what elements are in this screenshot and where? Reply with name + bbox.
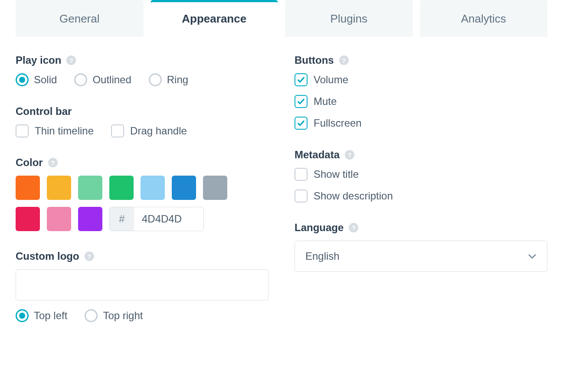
- section-color: Color ? #: [16, 157, 268, 231]
- checkbox-show-title[interactable]: Show title: [295, 168, 547, 181]
- help-icon[interactable]: ?: [66, 56, 76, 65]
- language-select-value: English: [305, 250, 340, 262]
- checkbox-show-title-label: Show title: [314, 168, 359, 180]
- checkbox-fullscreen[interactable]: Fullscreen: [295, 117, 547, 130]
- color-swatch-5[interactable]: [172, 176, 196, 200]
- metadata-title: Metadata: [295, 149, 340, 161]
- section-custom-logo: Custom logo ? Top left Top right: [16, 250, 268, 322]
- color-swatch-0[interactable]: [16, 176, 40, 200]
- color-swatch-1[interactable]: [47, 176, 71, 200]
- checkbox-thin-timeline-label: Thin timeline: [35, 125, 94, 137]
- custom-logo-title: Custom logo: [16, 250, 79, 262]
- radio-play-outlined[interactable]: Outlined: [74, 73, 131, 86]
- hash-symbol: #: [110, 207, 134, 231]
- help-icon[interactable]: ?: [349, 223, 358, 232]
- tabs: General Appearance Plugins Analytics: [16, 0, 547, 37]
- tab-general[interactable]: General: [16, 0, 144, 37]
- help-icon[interactable]: ?: [345, 150, 354, 160]
- radio-play-solid-label: Solid: [34, 74, 57, 86]
- custom-logo-input[interactable]: [16, 269, 268, 301]
- color-swatch-8[interactable]: [47, 207, 71, 231]
- radio-play-ring-label: Ring: [167, 74, 188, 86]
- language-title: Language: [295, 222, 344, 234]
- color-swatch-4[interactable]: [141, 176, 165, 200]
- section-metadata: Metadata ? Show title Show description: [295, 149, 547, 203]
- help-icon[interactable]: ?: [339, 56, 349, 65]
- color-swatch-2[interactable]: [78, 176, 102, 200]
- buttons-title: Buttons: [295, 54, 334, 66]
- tab-appearance[interactable]: Appearance: [151, 0, 278, 37]
- checkbox-volume-label: Volume: [314, 74, 348, 86]
- radio-logo-top-left-label: Top left: [34, 310, 67, 322]
- checkbox-drag-handle[interactable]: Drag handle: [111, 124, 187, 137]
- tab-analytics[interactable]: Analytics: [420, 0, 548, 37]
- radio-play-solid[interactable]: Solid: [16, 73, 57, 86]
- section-buttons: Buttons ? Volume Mute Fullscreen: [295, 54, 547, 130]
- color-hex-field: #: [109, 207, 204, 231]
- radio-logo-top-right[interactable]: Top right: [85, 309, 143, 322]
- language-select[interactable]: English: [295, 241, 547, 272]
- checkbox-drag-handle-label: Drag handle: [130, 125, 187, 137]
- checkbox-thin-timeline[interactable]: Thin timeline: [16, 124, 94, 137]
- radio-logo-top-right-label: Top right: [103, 310, 143, 322]
- checkbox-show-description-label: Show description: [314, 190, 393, 202]
- control-bar-title: Control bar: [16, 105, 72, 118]
- section-play-icon: Play icon ? Solid Outlined Ring: [16, 54, 268, 86]
- color-swatch-9[interactable]: [78, 207, 102, 231]
- play-icon-title: Play icon: [16, 54, 61, 66]
- color-swatch-7[interactable]: [16, 207, 40, 231]
- color-hex-input[interactable]: [134, 207, 203, 231]
- color-swatch-6[interactable]: [203, 176, 227, 200]
- color-title: Color: [16, 157, 43, 169]
- checkbox-fullscreen-label: Fullscreen: [314, 117, 362, 129]
- radio-logo-top-left[interactable]: Top left: [16, 309, 67, 322]
- checkbox-mute-label: Mute: [314, 95, 337, 108]
- help-icon[interactable]: ?: [85, 252, 94, 261]
- color-swatch-3[interactable]: [109, 176, 134, 200]
- checkbox-volume[interactable]: Volume: [295, 73, 547, 86]
- section-language: Language ? English: [295, 222, 547, 272]
- checkbox-show-description[interactable]: Show description: [295, 189, 547, 203]
- chevron-down-icon: [528, 254, 537, 259]
- checkbox-mute[interactable]: Mute: [295, 95, 547, 108]
- radio-play-ring[interactable]: Ring: [149, 73, 188, 86]
- radio-play-outlined-label: Outlined: [92, 74, 131, 86]
- section-control-bar: Control bar Thin timeline Drag handle: [16, 105, 268, 137]
- tab-plugins[interactable]: Plugins: [285, 0, 413, 37]
- help-icon[interactable]: ?: [48, 158, 58, 167]
